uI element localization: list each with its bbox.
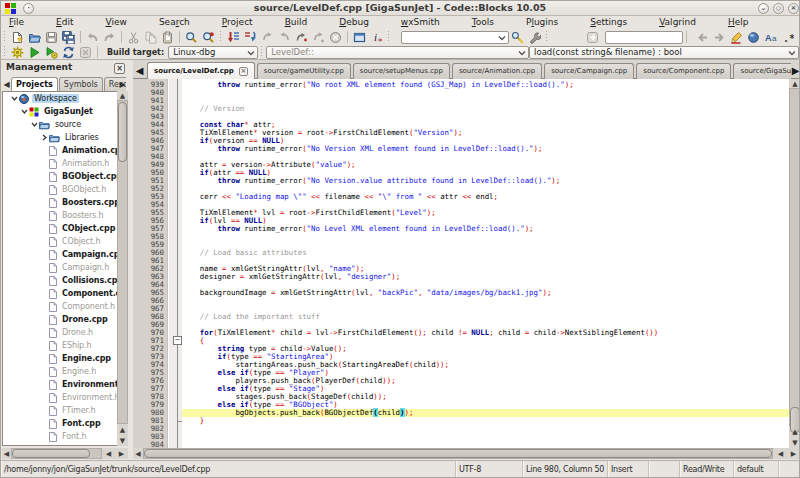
editor-scroll-left2-icon[interactable]: ◀	[774, 448, 787, 459]
menu-edit[interactable]: Edit	[40, 16, 89, 29]
match-case-icon[interactable]: Aa	[762, 30, 779, 44]
menu-search[interactable]: Search	[143, 16, 206, 29]
tree-item-label[interactable]: EShip.h	[60, 341, 93, 350]
title-bar[interactable]: · source/LevelDef.cpp [GigaSunJet] - Cod…	[1, 1, 799, 16]
code-editor[interactable]: 939 throw runtime_error("No root XML ele…	[133, 79, 800, 448]
menu-wxsmith[interactable]: wxSmith	[385, 16, 456, 29]
menu-settings[interactable]: Settings	[574, 16, 643, 29]
toolbar-grip[interactable]	[2, 46, 8, 58]
regex-icon[interactable]: .*	[779, 30, 796, 44]
toolbar-grip[interactable]	[218, 31, 224, 43]
fold-collapse-icon[interactable]: −	[173, 336, 182, 345]
editor-scroll-right-icon[interactable]: ▶	[787, 448, 800, 459]
find-in-files-icon[interactable]	[200, 30, 217, 44]
code-line-968[interactable]: 968 // Load the important stuff	[133, 313, 800, 321]
toolbar-grip[interactable]	[2, 31, 8, 43]
tree-hscrollbar-thumb[interactable]	[12, 449, 90, 458]
tree-item-drone-h[interactable]: Drone.h	[3, 326, 127, 339]
tree-item-bgobject-h[interactable]: BGObject.h	[3, 183, 127, 196]
various-info-icon[interactable]: i	[368, 30, 385, 44]
tree-item-label[interactable]: Collisions.cpp	[60, 276, 125, 285]
editor-tab-source-Animation-cpp[interactable]: source/Animation.cpp	[452, 63, 542, 79]
editor-scroll-up-icon[interactable]: ▲	[789, 79, 800, 88]
tree-item-font-h[interactable]: Font.h	[3, 430, 127, 443]
tree-item-libraries[interactable]: Libraries	[3, 131, 127, 144]
tree-item-engine-h[interactable]: Engine.h	[3, 365, 127, 378]
code-line-963[interactable]: 963 designer = xmlGetStringAttr(lvl, "de…	[133, 273, 800, 281]
tree-item-animation-cpp[interactable]: Animation.cpp	[3, 144, 127, 157]
tree-item-label[interactable]: CObject.h	[60, 237, 102, 246]
toolbar-grip[interactable]	[544, 31, 550, 43]
code-line-947[interactable]: 947 throw runtime_error("No Version XML …	[133, 145, 800, 153]
tree-scroll-left-icon[interactable]: ◀	[2, 448, 11, 459]
next-instruction-icon[interactable]	[293, 30, 310, 44]
debug-run-to-cursor-icon[interactable]	[225, 30, 242, 44]
incsearch-combo[interactable]	[401, 31, 509, 44]
scrollbar-track[interactable]	[789, 88, 800, 426]
code-line-980[interactable]: 980 bgObjects.push_back(BGObjectDef(chil…	[133, 409, 800, 417]
tree-item-bgobject-cpp[interactable]: BGObject.cpp	[3, 170, 127, 183]
toolbar-grip[interactable]	[386, 31, 392, 43]
settings-wrench-icon[interactable]	[526, 30, 543, 44]
build-target-combo[interactable]: Linux-dbg	[168, 46, 258, 59]
run-play-icon[interactable]	[26, 45, 43, 59]
tree-item-label[interactable]: Boosters.h	[60, 211, 106, 220]
build-gear-icon[interactable]	[9, 45, 26, 59]
tree-scroll-down-icon[interactable]: ▼	[117, 435, 128, 446]
expander-open-icon[interactable]	[10, 94, 19, 103]
tree-item-label[interactable]: FTimer.h	[60, 406, 97, 415]
editor-tab-source-Component-cpp[interactable]: source/Component.cpp	[636, 63, 731, 79]
editor-tab-source-setupMenus-cpp[interactable]: source/setupMenus.cpp	[353, 63, 450, 79]
tree-item-font-cpp[interactable]: Font.cpp	[3, 417, 127, 430]
tree-item-ftimer-h[interactable]: FTimer.h	[3, 404, 127, 417]
maximize-button[interactable]: ◇	[773, 3, 784, 14]
editor-vertical-scrollbar[interactable]: ▲ ▲ ▼	[789, 79, 800, 448]
menu-debug[interactable]: Debug	[323, 16, 385, 29]
menu-help[interactable]: Help	[712, 16, 765, 29]
editor-horizontal-scrollbar[interactable]: ◀ ◀ ▶	[133, 448, 800, 459]
tab-close-icon[interactable]: ×	[239, 67, 248, 76]
code-line-982[interactable]: 982	[133, 425, 800, 433]
tree-item-label[interactable]: source	[53, 120, 83, 129]
editor-scroll-down-icon[interactable]: ▼	[789, 437, 800, 448]
tree-item-label[interactable]: Engine.cpp	[60, 354, 113, 363]
menu-view[interactable]: View	[90, 16, 143, 29]
tree-item-label[interactable]: Libraries	[63, 133, 101, 142]
tree-item-campaign-h[interactable]: Campaign.h	[3, 261, 127, 274]
tree-scroll-left2-icon[interactable]: ◀	[102, 448, 115, 459]
editor-hscrollbar-thumb[interactable]	[144, 449, 772, 458]
tree-item-label[interactable]: Campaign.h	[60, 263, 111, 272]
code-line-983[interactable]: 983	[133, 433, 800, 441]
close-button[interactable]: ×	[788, 3, 799, 14]
tree-item-label[interactable]: Animation.h	[60, 159, 111, 168]
tree-item-label[interactable]: CObject.cpp	[60, 224, 117, 233]
tree-item-gigasunjet[interactable]: GigaSunJet	[3, 105, 127, 118]
tree-item-label[interactable]: Environment.h	[60, 393, 121, 402]
save-all-icon[interactable]	[60, 30, 77, 44]
tree-item-source[interactable]: source	[3, 118, 127, 131]
editor-tabs-scroll-right-icon[interactable]: ▶	[790, 64, 800, 77]
expander-open-icon[interactable]	[30, 120, 39, 129]
editor-tabs-scroll-left-icon[interactable]: ◀	[134, 64, 145, 77]
tree-item-label[interactable]: Font.cpp	[60, 419, 103, 428]
tree-scroll-up2-icon[interactable]: ▲	[117, 424, 128, 435]
editor-scroll-left-icon[interactable]: ◀	[133, 448, 143, 459]
tree-item-cobject-cpp[interactable]: CObject.cpp	[3, 222, 127, 235]
debug-next-line-icon[interactable]	[242, 30, 259, 44]
menu-project[interactable]: Project	[206, 16, 269, 29]
editor-tab-source-Campaign-cpp[interactable]: source/Campaign.cpp	[544, 63, 634, 79]
scope-combo[interactable]: LevelDef::	[266, 46, 529, 59]
line-number[interactable]: 984	[133, 441, 168, 448]
code-line-960[interactable]: 960 // Load basic attributes	[133, 249, 800, 257]
selected-text-sphere-icon[interactable]	[745, 30, 762, 44]
expander-open-icon[interactable]	[20, 107, 29, 116]
code-line-958[interactable]: 958	[133, 233, 800, 241]
tree-item-label[interactable]: GigaSunJet	[42, 107, 95, 116]
tree-item-label[interactable]: Font.h	[60, 432, 88, 441]
editor-scroll-up2-icon[interactable]: ▲	[789, 426, 800, 437]
tree-scroll-up-icon[interactable]: ▲	[117, 91, 128, 100]
tree-item-boosters-cpp[interactable]: Boosters.cpp	[3, 196, 127, 209]
menu-file[interactable]: File	[1, 16, 40, 29]
menu-build[interactable]: Build	[269, 16, 324, 29]
tree-item-label[interactable]: Boosters.cpp	[60, 198, 122, 207]
